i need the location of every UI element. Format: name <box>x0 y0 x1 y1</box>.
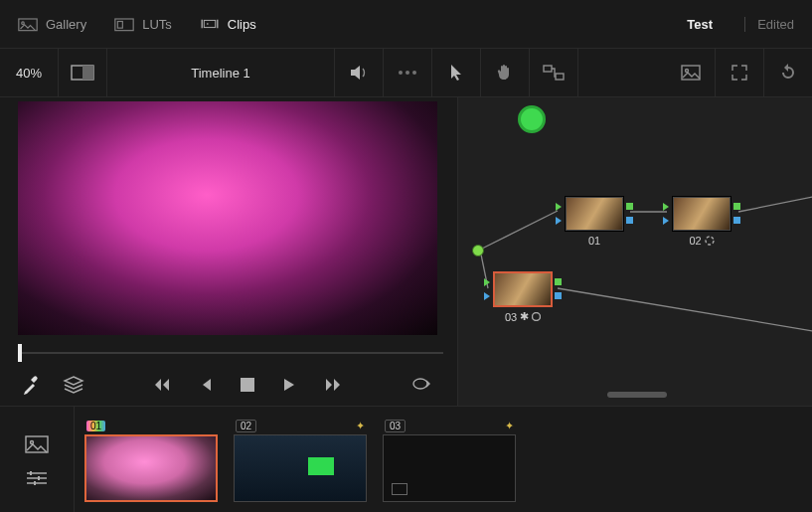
svg-rect-3 <box>118 22 123 29</box>
main-area: 01 02 03 ✱ <box>0 97 812 407</box>
star-icon: ✦ <box>505 420 514 432</box>
expand-button[interactable] <box>716 49 764 96</box>
node-input-rgb[interactable] <box>663 203 669 211</box>
node-output-alpha[interactable] <box>555 292 562 299</box>
speaker-icon <box>349 64 369 82</box>
svg-point-21 <box>706 237 714 245</box>
node-wires <box>458 97 812 406</box>
more-button[interactable] <box>384 49 432 96</box>
playback-controls <box>103 377 392 393</box>
image-button[interactable] <box>667 49 716 96</box>
clip-badge: 03 <box>385 420 406 432</box>
clips-panel: 01 02✦ 03✦ <box>0 407 812 512</box>
pan-tool[interactable] <box>481 49 530 96</box>
clips-sidebar <box>0 407 75 512</box>
eyedropper-tool[interactable] <box>20 373 44 397</box>
video-preview[interactable] <box>18 101 437 335</box>
svg-rect-7 <box>82 66 93 80</box>
layers-icon <box>63 375 84 395</box>
node-02[interactable]: 02 <box>673 197 731 247</box>
source-node[interactable] <box>472 245 484 256</box>
clip-01[interactable]: 01 <box>84 419 218 502</box>
reset-icon <box>778 63 798 83</box>
svg-rect-12 <box>556 74 564 80</box>
scrubber[interactable] <box>18 341 443 365</box>
svg-rect-11 <box>544 66 552 72</box>
node-input-alpha[interactable] <box>556 217 562 225</box>
loop-button[interactable] <box>409 375 437 396</box>
ellipsis-icon <box>398 70 417 76</box>
tab-luts[interactable]: LUTs <box>114 16 172 32</box>
pointer-icon <box>448 63 464 83</box>
clips-icon <box>200 16 220 32</box>
node-label: 03 ✱ <box>505 310 541 323</box>
node-label: 01 <box>588 235 600 247</box>
qualifier-icon: ✱ <box>520 310 529 323</box>
top-tabs: Gallery LUTs Clips Test Edited <box>0 0 812 49</box>
node-01[interactable]: 01 <box>566 197 623 247</box>
project-title: Test <box>687 17 713 32</box>
node-thumb <box>494 272 552 306</box>
skip-back-icon[interactable] <box>151 377 171 393</box>
viewer-panel <box>0 97 458 406</box>
svg-point-24 <box>31 441 34 444</box>
svg-line-19 <box>558 288 812 331</box>
image-icon <box>681 65 701 81</box>
node-input-rgb[interactable] <box>556 203 562 211</box>
svg-point-14 <box>686 70 689 73</box>
svg-point-8 <box>399 71 403 75</box>
svg-point-22 <box>533 313 541 321</box>
luts-icon <box>114 16 134 32</box>
tab-gallery[interactable]: Gallery <box>18 16 86 32</box>
clip-02[interactable]: 02✦ <box>234 419 367 502</box>
reset-button[interactable] <box>764 49 812 96</box>
skip-forward-icon[interactable] <box>324 377 344 393</box>
prev-frame-icon[interactable] <box>199 377 213 393</box>
node-input-rgb[interactable] <box>484 278 490 286</box>
tab-clips[interactable]: Clips <box>200 16 256 32</box>
svg-rect-13 <box>682 66 700 80</box>
clip-badge: 02 <box>236 420 256 432</box>
color-wheel-icon <box>532 312 541 321</box>
node-output-rgb[interactable] <box>555 278 562 285</box>
node-input-alpha[interactable] <box>484 292 490 300</box>
timeline-name[interactable]: Timeline 1 <box>107 49 335 96</box>
node-thumb <box>566 197 623 231</box>
node-output-alpha[interactable] <box>733 217 740 224</box>
clip-view-icon[interactable] <box>25 435 49 453</box>
svg-rect-4 <box>204 20 215 27</box>
tab-clips-label: Clips <box>228 17 256 32</box>
star-icon: ✦ <box>356 420 365 432</box>
clip-03[interactable]: 03✦ <box>383 419 516 502</box>
node-03[interactable]: 03 ✱ <box>494 272 552 323</box>
node-output-alpha[interactable] <box>626 217 633 224</box>
stop-icon[interactable] <box>241 378 254 392</box>
loading-icon <box>705 236 715 246</box>
node-graph[interactable]: 01 02 03 ✱ <box>458 97 812 406</box>
expand-icon <box>731 64 748 82</box>
pointer-tool[interactable] <box>432 49 481 96</box>
svg-line-16 <box>480 211 558 250</box>
view-mode-button[interactable] <box>59 49 107 96</box>
transport-bar <box>0 365 457 406</box>
node-output-rgb[interactable] <box>733 203 740 210</box>
node-scrollbar[interactable] <box>607 392 667 398</box>
tab-gallery-label: Gallery <box>46 17 86 32</box>
svg-point-9 <box>406 71 409 75</box>
node-input-alpha[interactable] <box>663 217 669 225</box>
timeline-view-icon[interactable] <box>25 471 49 485</box>
clip-thumb <box>84 434 218 502</box>
play-icon[interactable] <box>282 377 296 393</box>
clips-strip: 01 02✦ 03✦ <box>75 407 812 512</box>
svg-point-5 <box>207 23 208 24</box>
node-label: 02 <box>689 235 714 247</box>
node-output-rgb[interactable] <box>626 203 633 210</box>
node-thumb <box>673 197 731 231</box>
clip-thumb <box>383 434 516 502</box>
audio-button[interactable] <box>335 49 384 96</box>
zoom-level[interactable]: 40% <box>0 49 59 96</box>
node-tool[interactable] <box>530 49 578 96</box>
scrub-track[interactable] <box>22 352 443 354</box>
hand-icon <box>495 63 515 83</box>
layers-button[interactable] <box>62 373 85 397</box>
